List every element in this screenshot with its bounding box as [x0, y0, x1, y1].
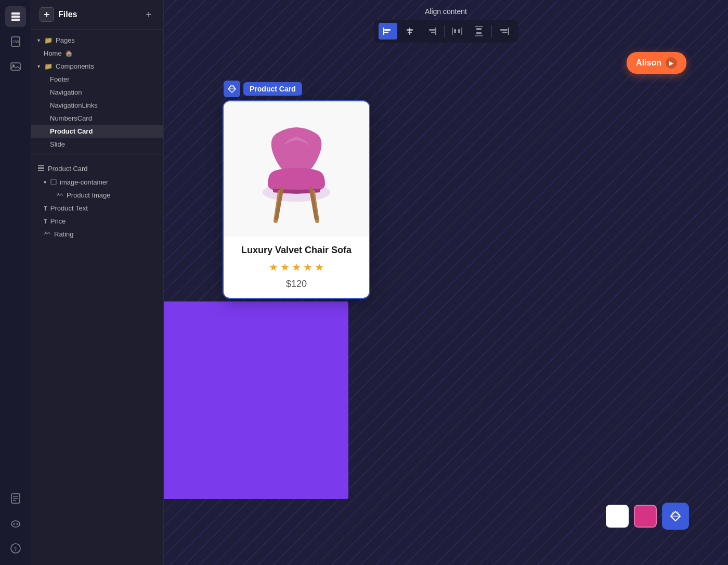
align-right-button[interactable]: [422, 23, 441, 40]
home-label: Home: [44, 49, 62, 57]
align-label: Align content: [425, 7, 467, 16]
align-left-button[interactable]: [379, 23, 397, 40]
alison-name: Alison: [636, 58, 661, 68]
chevron-down-icon: ▾: [37, 63, 40, 69]
tree-product-card[interactable]: Product Card: [31, 125, 163, 138]
discord-icon: [10, 518, 21, 529]
svg-point-22: [58, 193, 59, 194]
home-icon: 🏠: [65, 50, 73, 57]
alison-bubble[interactable]: Alison ▶: [627, 52, 686, 74]
svg-rect-26: [384, 32, 388, 33]
plus-icon: [43, 11, 50, 18]
svg-rect-35: [458, 29, 460, 33]
svg-text:CSS: CSS: [12, 40, 19, 44]
tree-components-folder[interactable]: ▾ 📁 Components: [31, 60, 163, 73]
align-center-icon: [404, 25, 415, 37]
component-image-container[interactable]: ▾ image-container: [31, 176, 163, 189]
svg-rect-0: [11, 12, 20, 15]
component-product-image[interactable]: Product Image: [31, 189, 163, 202]
star-2: ★: [280, 261, 290, 273]
container-icon: [50, 179, 57, 186]
tree-numbers-card[interactable]: NumbersCard: [31, 112, 163, 125]
component-tree-root[interactable]: Product Card: [31, 162, 163, 176]
swatch-pink[interactable]: [634, 505, 657, 528]
image-container-label: image-container: [60, 178, 108, 186]
new-file-button[interactable]: [40, 7, 54, 22]
swatch-white[interactable]: [606, 505, 629, 528]
chevron-down-icon: ▾: [37, 37, 40, 43]
chevron-down-icon: ▾: [44, 179, 46, 185]
svg-rect-32: [431, 32, 435, 33]
price-label: Price: [50, 217, 66, 225]
product-card-element[interactable]: Luxury Valvet Chair Sofa ★ ★ ★ ★ ★ $120: [224, 101, 369, 298]
card-price: $120: [232, 279, 361, 290]
svg-rect-19: [38, 167, 44, 169]
folder-icon: 📁: [44, 36, 53, 44]
alison-play-button[interactable]: ▶: [666, 57, 677, 69]
distribute-h-button[interactable]: [448, 23, 466, 40]
component-product-text[interactable]: T Product Text: [31, 202, 163, 215]
svg-rect-42: [500, 29, 508, 31]
components-label: Components: [56, 62, 94, 70]
css-icon-btn[interactable]: CSS: [5, 31, 26, 52]
svg-rect-1: [11, 16, 20, 18]
image-icon-btn[interactable]: [5, 56, 26, 77]
tree-navigation[interactable]: Navigation: [31, 86, 163, 99]
discord-icon-btn[interactable]: [5, 513, 26, 534]
svg-rect-18: [38, 165, 44, 166]
files-title: Files: [58, 10, 77, 19]
distribute-v-button[interactable]: [470, 23, 488, 40]
file-tree: ▾ 📁 Pages Home 🏠 ▾ 📁 Components Footer N…: [31, 30, 163, 565]
tree-navigation-links[interactable]: NavigationLinks: [31, 99, 163, 112]
files-add-button[interactable]: +: [142, 8, 155, 21]
svg-rect-29: [408, 32, 412, 33]
svg-rect-2: [11, 19, 20, 21]
play-icon: ▶: [669, 60, 673, 66]
svg-point-11: [11, 521, 20, 527]
diamond-swatch-icon: [669, 510, 682, 522]
image-type-icon: [56, 192, 63, 199]
alison-speech-bubble: Alison ▶: [627, 52, 686, 74]
help-icon-btn[interactable]: ?: [5, 538, 26, 559]
product-text-label: Product Text: [50, 204, 88, 212]
svg-rect-34: [454, 29, 456, 33]
slide-label: Slide: [50, 140, 65, 148]
component-tree: Product Card ▾ image-container: [31, 157, 163, 245]
component-price[interactable]: T Price: [31, 215, 163, 228]
layers-small-icon: [37, 164, 45, 173]
swatch-component-button[interactable]: [662, 503, 689, 530]
tree-pages-folder[interactable]: ▾ 📁 Pages: [31, 34, 163, 47]
selection-handle-bl: [224, 296, 226, 298]
tree-home-item[interactable]: Home 🏠: [31, 47, 163, 60]
text-type-icon: T: [44, 205, 47, 212]
color-swatches: [606, 503, 689, 530]
component-rating[interactable]: Rating: [31, 228, 163, 241]
card-stars: ★ ★ ★ ★ ★: [232, 261, 361, 273]
svg-point-13: [16, 523, 18, 525]
align-edge-button[interactable]: [495, 23, 514, 40]
svg-rect-21: [51, 179, 56, 185]
css-icon: CSS: [10, 36, 21, 47]
tree-footer[interactable]: Footer: [31, 73, 163, 86]
files-header: Files +: [31, 0, 163, 30]
align-center-button[interactable]: [400, 23, 419, 40]
align-buttons-group: [374, 20, 518, 43]
align-right-icon: [426, 25, 437, 37]
svg-rect-39: [476, 32, 482, 34]
star-1: ★: [269, 261, 278, 273]
toolbar-separator: [444, 25, 445, 37]
tree-slide[interactable]: Slide: [31, 138, 163, 151]
notes-icon-btn[interactable]: [5, 488, 26, 509]
numbers-card-label: NumbersCard: [50, 114, 92, 122]
card-image-container: [224, 101, 369, 236]
product-image-label: Product Image: [67, 191, 111, 199]
svg-rect-28: [407, 29, 413, 31]
align-toolbar: Align content: [374, 7, 518, 43]
folder-icon: 📁: [44, 62, 53, 70]
rating-type-icon: [44, 230, 51, 238]
svg-rect-31: [429, 29, 435, 31]
svg-rect-20: [38, 170, 44, 171]
layers-icon-btn[interactable]: [5, 6, 26, 27]
files-panel: Files + ▾ 📁 Pages Home 🏠 ▾ 📁 Components: [31, 0, 164, 565]
svg-text:?: ?: [14, 546, 17, 552]
